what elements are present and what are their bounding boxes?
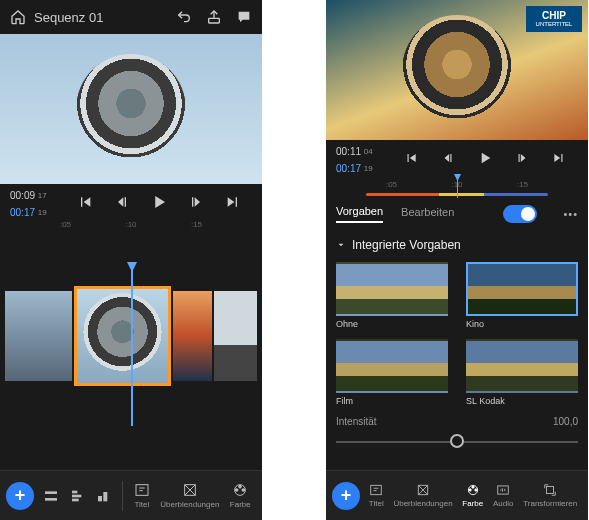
intensity-value: 100,0 <box>553 416 578 427</box>
transport-controls <box>383 140 588 176</box>
bottom-toolbar: + Titel Überblendungen Farbe Audio Trans… <box>326 470 588 520</box>
section-header[interactable]: Integrierte Vorgaben <box>326 232 588 258</box>
more-icon[interactable]: ••• <box>563 208 578 220</box>
skip-end-icon[interactable] <box>548 147 570 169</box>
ruler-tick: :05 <box>60 220 71 229</box>
intensity-label: Intensität <box>336 416 377 427</box>
comment-icon[interactable] <box>236 9 252 25</box>
clip-selected[interactable] <box>74 286 171 386</box>
clip[interactable] <box>214 291 257 381</box>
playhead[interactable] <box>131 266 133 426</box>
share-icon[interactable] <box>206 9 222 25</box>
section-title-label: Integrierte Vorgaben <box>352 238 461 252</box>
baritem-label: Titel <box>134 500 149 509</box>
svg-rect-0 <box>209 18 220 23</box>
skip-start-icon[interactable] <box>400 147 422 169</box>
slider-knob[interactable] <box>450 434 464 448</box>
effect-toggle[interactable] <box>503 205 537 223</box>
svg-rect-1 <box>45 491 57 494</box>
skip-end-icon[interactable] <box>222 191 244 213</box>
duration-frame: 19 <box>364 164 373 173</box>
color-button[interactable]: Farbe <box>462 483 483 508</box>
timecode: 00:11 04 00:17 19 <box>326 142 383 174</box>
divider <box>122 481 123 511</box>
preview-frame <box>76 54 186 164</box>
current-time: 00:09 <box>10 190 35 201</box>
play-icon[interactable] <box>474 147 496 169</box>
svg-rect-18 <box>498 486 509 494</box>
tabs-row: Vorgaben Bearbeiten ••• <box>326 196 588 232</box>
svg-point-17 <box>469 489 471 491</box>
svg-rect-8 <box>136 485 148 496</box>
chip-badge: CHIP UNTERTITEL <box>526 6 582 32</box>
home-icon[interactable] <box>10 9 26 25</box>
frame-forward-icon[interactable] <box>511 147 533 169</box>
playhead[interactable] <box>457 176 458 198</box>
timeline[interactable] <box>0 266 262 406</box>
baritem-label: Überblendungen <box>393 499 452 508</box>
svg-rect-13 <box>371 485 382 494</box>
transform-button[interactable]: Transformieren <box>523 483 577 508</box>
svg-rect-19 <box>547 487 554 494</box>
tab-presets[interactable]: Vorgaben <box>336 205 383 223</box>
header: Sequenz 01 <box>0 0 262 34</box>
ruler-tick: :10 <box>125 220 136 229</box>
ruler-tick: :05 <box>386 180 397 189</box>
layout-a-icon[interactable] <box>43 488 59 504</box>
duration-frame: 19 <box>38 208 47 217</box>
add-button[interactable]: + <box>332 482 360 510</box>
preset-label: Film <box>336 396 448 406</box>
preset-film[interactable]: Film <box>336 339 448 406</box>
preset-label: Ohne <box>336 319 448 329</box>
svg-point-10 <box>239 485 242 488</box>
preset-kodak[interactable]: SL Kodak <box>466 339 578 406</box>
current-frame: 04 <box>364 147 373 156</box>
current-time: 00:11 <box>336 146 361 157</box>
frame-back-icon[interactable] <box>437 147 459 169</box>
preset-label: SL Kodak <box>466 396 578 406</box>
skip-start-icon[interactable] <box>74 191 96 213</box>
add-button[interactable]: + <box>6 482 34 510</box>
svg-point-12 <box>236 489 239 492</box>
baritem-label: Farbe <box>230 500 251 509</box>
video-preview[interactable]: CHIP UNTERTITEL <box>326 0 588 140</box>
layout-b-icon[interactable] <box>70 488 86 504</box>
preset-none[interactable]: Ohne <box>336 262 448 329</box>
chevron-down-icon <box>336 240 346 250</box>
clip[interactable] <box>173 291 212 381</box>
chip-sub: UNTERTITEL <box>528 21 580 28</box>
svg-rect-3 <box>72 490 77 493</box>
baritem-label: Audio <box>493 499 513 508</box>
phone-right: CHIP UNTERTITEL 00:11 04 00:17 19 :05 :1… <box>326 0 588 520</box>
phone-left: Sequenz 01 00:09 17 00:17 19 :05 :10 :15 <box>0 0 262 520</box>
color-button[interactable]: Farbe <box>230 482 251 509</box>
time-ruler[interactable]: :05 :10 :15 <box>0 220 262 236</box>
duration-time: 00:17 <box>336 163 361 174</box>
frame-forward-icon[interactable] <box>185 191 207 213</box>
svg-point-11 <box>242 489 245 492</box>
frame-back-icon[interactable] <box>111 191 133 213</box>
transitions-button[interactable]: Überblendungen <box>160 482 219 509</box>
svg-rect-5 <box>72 498 79 501</box>
video-preview[interactable] <box>0 34 262 184</box>
undo-icon[interactable] <box>176 9 192 25</box>
duration-time: 00:17 <box>10 207 35 218</box>
tab-edit[interactable]: Bearbeiten <box>401 206 454 222</box>
audio-button[interactable]: Audio <box>493 483 513 508</box>
preview-frame <box>402 15 512 125</box>
layout-c-icon[interactable] <box>96 488 112 504</box>
current-frame: 17 <box>38 191 47 200</box>
titles-button[interactable]: Titel <box>369 483 384 508</box>
play-icon[interactable] <box>148 191 170 213</box>
preset-kino[interactable]: Kino <box>466 262 578 329</box>
ruler-tick: :15 <box>191 220 202 229</box>
baritem-label: Transformieren <box>523 499 577 508</box>
intensity-slider[interactable] <box>336 431 578 451</box>
titles-button[interactable]: Titel <box>134 482 150 509</box>
timecode: 00:09 17 00:17 19 <box>0 186 57 218</box>
preset-label: Kino <box>466 319 578 329</box>
time-ruler[interactable]: :05 :10 :15 <box>326 176 588 196</box>
transport-controls <box>57 184 262 220</box>
transitions-button[interactable]: Überblendungen <box>393 483 452 508</box>
clip[interactable] <box>5 291 72 381</box>
